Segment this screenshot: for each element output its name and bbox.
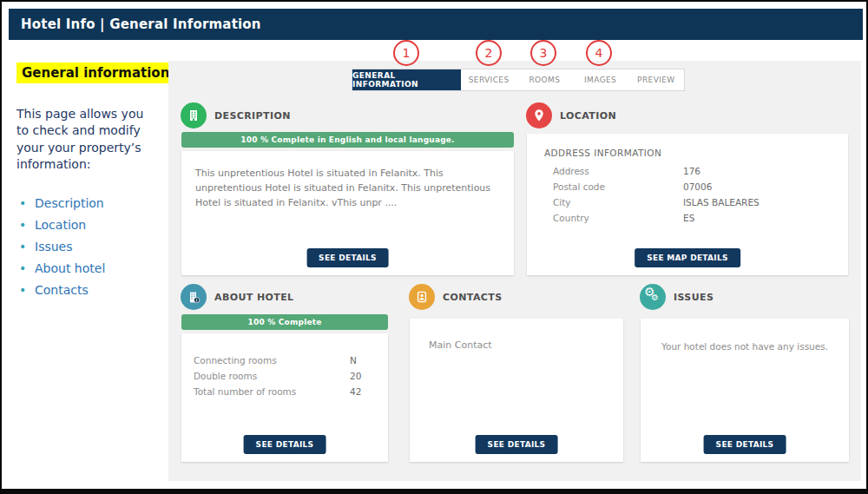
sidebar-bullet-issues: Issues	[19, 240, 158, 254]
sidebar-bullet-list: Description Location Issues About hotel …	[19, 196, 158, 305]
location-section-title: LOCATION	[560, 110, 616, 122]
postal-code-row: Postal code 07006	[553, 179, 848, 194]
connecting-rooms-row: Connecting rooms N	[194, 352, 388, 368]
issues-section-header: ⚙ ⚙ ISSUES	[640, 284, 713, 310]
about-hotel-card: Connecting rooms N Double rooms 20 Total…	[181, 333, 388, 462]
issues-card: Your hotel does not have any issues. SEE…	[641, 319, 849, 462]
location-card: ADDRESS INFORMATION Address 176 Postal c…	[527, 134, 848, 275]
tab-bar: GENERAL INFORMATION SERVICES ROOMS IMAGE…	[352, 69, 685, 91]
sidebar-bullet-location: Location	[19, 218, 158, 232]
gears-icon: ⚙ ⚙	[640, 284, 666, 310]
contacts-card: Main Contact SEE DETAILS	[410, 319, 623, 462]
description-text: This unpretentious Hotel is situated in …	[181, 151, 514, 210]
tab-rooms[interactable]: ROOMS	[516, 69, 572, 90]
tab-general-information[interactable]: GENERAL INFORMATION	[352, 69, 461, 90]
double-rooms-row: Double rooms 20	[194, 368, 388, 384]
tab-images[interactable]: IMAGES	[573, 69, 628, 90]
sidebar-heading-highlight: General information	[16, 63, 174, 83]
about-hotel-section-title: ABOUT HOTEL	[214, 292, 294, 303]
annotation-circle-2: 2	[476, 40, 502, 66]
description-see-details-button[interactable]: SEE DETAILS	[306, 248, 389, 267]
app-window: Hotel Info | General Information General…	[0, 0, 868, 494]
map-pin-icon	[526, 102, 552, 128]
total-rooms-row: Total number of rooms 42	[194, 384, 388, 399]
about-hotel-progress-banner: 100 % Complete	[181, 314, 388, 330]
page-header: Hotel Info | General Information	[9, 9, 863, 40]
contacts-see-details-button[interactable]: SEE DETAILS	[476, 435, 558, 454]
address-row: Address 176	[553, 163, 848, 179]
sidebar-intro-text: This page allows you to check and modify…	[16, 106, 157, 173]
building-icon	[181, 102, 207, 128]
sidebar-bullet-contacts: Contacts	[19, 283, 158, 297]
location-section-header: LOCATION	[526, 102, 616, 128]
address-rows: Address 176 Postal code 07006 City ISLAS…	[527, 163, 848, 226]
tab-preview[interactable]: PREVIEW	[628, 69, 684, 90]
country-row: Country ES	[553, 210, 848, 226]
page-title: Hotel Info | General Information	[21, 16, 261, 32]
issues-see-details-button[interactable]: SEE DETAILS	[704, 435, 786, 454]
hotel-info-icon	[181, 284, 207, 310]
about-hotel-rows: Connecting rooms N Double rooms 20 Total…	[181, 333, 388, 399]
description-section-title: DESCRIPTION	[214, 110, 291, 122]
sidebar-bullet-description: Description	[19, 196, 158, 210]
issues-section-title: ISSUES	[674, 292, 713, 303]
contacts-section-header: CONTACTS	[409, 284, 503, 310]
description-card: This unpretentious Hotel is situated in …	[181, 151, 514, 275]
description-section-header: DESCRIPTION	[181, 102, 291, 128]
see-map-details-button[interactable]: SEE MAP DETAILS	[635, 248, 740, 267]
tab-services[interactable]: SERVICES	[461, 69, 516, 90]
sidebar-bullet-about-hotel: About hotel	[19, 261, 158, 275]
address-information-heading: ADDRESS INFORMATION	[527, 134, 848, 163]
main-contact-text: Main Contact	[410, 319, 623, 351]
contacts-section-title: CONTACTS	[443, 292, 503, 303]
annotation-circle-4: 4	[586, 40, 612, 66]
about-hotel-section-header: ABOUT HOTEL	[181, 284, 294, 310]
annotation-circle-1: 1	[393, 40, 419, 66]
about-hotel-see-details-button[interactable]: SEE DETAILS	[244, 435, 326, 454]
no-issues-text: Your hotel does not have any issues.	[641, 319, 849, 352]
city-row: City ISLAS BALEARES	[553, 194, 848, 210]
annotation-circle-3: 3	[530, 40, 556, 66]
description-progress-banner: 100 % Complete in English and local lang…	[181, 132, 514, 148]
contact-card-icon	[409, 284, 435, 310]
